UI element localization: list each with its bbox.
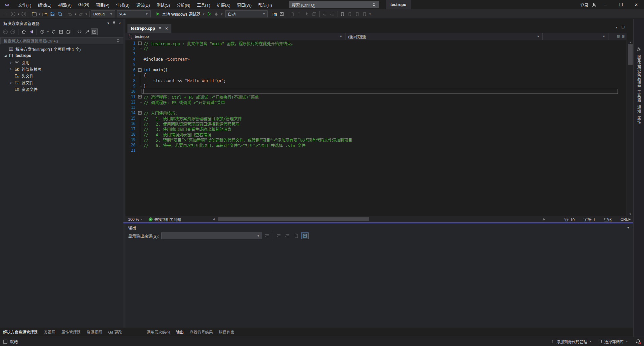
code-line-21[interactable]: 21 xyxy=(125,148,627,153)
line-indicator[interactable]: 行: 10 xyxy=(564,217,575,222)
code-line-12[interactable]: 12// 调试程序: F5 或调试 >“开始调试”菜单 xyxy=(125,99,627,105)
code-line-18[interactable]: 18// 4. 使用错误列表窗口查看错误 xyxy=(125,132,627,137)
split-window-icon[interactable]: ⊟ xyxy=(617,34,620,38)
menu-item-项目(P)[interactable]: 项目(P) xyxy=(93,0,113,9)
pending-changes-filter-button[interactable] xyxy=(39,28,46,35)
tool-tab-资源视图[interactable]: 资源视图 xyxy=(84,328,105,336)
new-vertical-tab-group-icon[interactable]: ⊞ xyxy=(622,34,625,38)
gear-icon[interactable] xyxy=(636,47,642,52)
chevron-down-icon[interactable]: ▾ xyxy=(85,12,88,16)
solution-platform-dropdown[interactable]: x64▼ xyxy=(117,10,151,17)
tree-item-资源文件[interactable]: 资源文件 xyxy=(0,86,124,92)
scroll-right-icon[interactable]: ▶ xyxy=(543,216,545,222)
navigate-forward-button[interactable] xyxy=(20,10,28,18)
tree-item-testrepo[interactable]: ◢testrepo xyxy=(0,52,124,59)
select-mode-button[interactable] xyxy=(303,10,311,18)
save-button[interactable] xyxy=(49,10,56,18)
chevron-down-icon[interactable]: ▾ xyxy=(38,12,41,16)
fold-margin[interactable]: − xyxy=(136,110,144,116)
code-line-1[interactable]: 1−// testrepo.cpp : 此文件包含 "main" 函数。程序执行… xyxy=(125,41,627,46)
code-line-4[interactable]: 4#include <iostream> xyxy=(125,57,627,62)
add-to-source-control-button[interactable]: 添加到源代码管理 ▲ xyxy=(548,339,594,344)
chevron-down-icon[interactable]: ▾ xyxy=(202,12,205,16)
navigate-back-button[interactable] xyxy=(2,28,9,35)
menu-item-文件(F)[interactable]: 文件(F) xyxy=(15,0,35,9)
code-line-16[interactable]: 16// 2. 使用团队资源管理器窗口连接到源代码管理 xyxy=(125,121,627,126)
view-code-button[interactable] xyxy=(76,28,83,35)
eol-indicator[interactable]: CRLF xyxy=(621,217,631,221)
tool-tab-Git 更改[interactable]: Git 更改 xyxy=(105,328,125,336)
duplicate-button[interactable] xyxy=(311,10,318,18)
user-account-icon[interactable] xyxy=(590,1,598,8)
auto-hide-tab-属性[interactable]: 属性 xyxy=(636,116,642,124)
close-icon[interactable]: × xyxy=(119,21,121,25)
copy-document-button[interactable] xyxy=(288,10,296,18)
start-without-debugging-button[interactable] xyxy=(205,10,213,18)
sync-with-active-document-button[interactable] xyxy=(65,28,72,35)
window-position-icon[interactable]: ▾ xyxy=(107,21,109,25)
auto-hide-tab-服务器资源管理器[interactable]: 服务器资源管理器 xyxy=(636,55,642,87)
solution-configuration-dropdown[interactable]: Debug▼ xyxy=(91,10,115,17)
auto-hide-tab-通知[interactable]: 通知 xyxy=(636,105,642,113)
go-to-next-message-button[interactable] xyxy=(284,232,291,239)
scroll-down-icon[interactable]: ▼ xyxy=(627,213,634,216)
chevron-down-icon[interactable]: ▾ xyxy=(46,30,50,33)
tool-tab-属性管理器[interactable]: 属性管理器 xyxy=(58,328,84,336)
undo-button[interactable] xyxy=(66,10,74,18)
chevron-down-icon[interactable]: ▾ xyxy=(17,12,20,16)
notifications-button[interactable] xyxy=(636,339,641,344)
chevron-collapsed-icon[interactable]: ▷ xyxy=(9,61,14,64)
code-line-2[interactable]: 2// xyxy=(125,46,627,51)
fold-collapse-icon[interactable]: − xyxy=(138,95,142,98)
new-item-button[interactable] xyxy=(31,10,38,18)
pin-icon[interactable] xyxy=(112,21,116,25)
tree-item-外部依赖项[interactable]: ▷外部依赖项 xyxy=(0,66,124,72)
menu-item-编辑(E)[interactable]: 编辑(E) xyxy=(35,0,55,9)
sync-with-active-document-button[interactable] xyxy=(271,10,278,18)
code-line-20[interactable]: 20// 6. 将来，若要再次打开此项目，请转到“文件”>“打开”>“项目”并选… xyxy=(125,142,627,148)
menu-item-分析(N)[interactable]: 分析(N) xyxy=(173,0,194,9)
menu-item-帮助(H)[interactable]: 帮助(H) xyxy=(255,0,275,9)
go-to-previous-message-button[interactable] xyxy=(275,232,282,239)
chevron-collapsed-icon[interactable]: ▷ xyxy=(9,68,14,71)
tool-tab-解决方案资源管理器[interactable]: 解决方案资源管理器 xyxy=(0,328,41,336)
tree-item-引用[interactable]: ▷引用 xyxy=(0,59,124,66)
whitespace-toggle-button[interactable] xyxy=(296,10,303,18)
panel-tab-错误列表[interactable]: 错误列表 xyxy=(216,328,237,336)
auto-hide-tab-工具箱[interactable]: 工具箱 xyxy=(636,90,642,102)
locate-message-button[interactable] xyxy=(263,232,271,239)
chevron-collapsed-icon[interactable]: ▷ xyxy=(9,81,14,84)
fold-collapse-icon[interactable]: − xyxy=(138,111,142,115)
tree-item-头文件[interactable]: 头文件 xyxy=(0,72,124,79)
clear-all-button[interactable] xyxy=(292,232,300,239)
save-all-button[interactable] xyxy=(56,10,63,18)
document-tab[interactable]: testrepo.cpp ✕ xyxy=(127,24,171,33)
menu-item-工具(T)[interactable]: 工具(T) xyxy=(194,0,213,9)
toolbar-grip-handle[interactable]: ⋮⋮ xyxy=(1,12,8,16)
panel-tab-调用层次结构[interactable]: 调用层次结构 xyxy=(144,328,173,336)
code-line-19[interactable]: 19// 5. 转到“项目”>“添加新项”以创建新的代码文件，或转到“项目”>“… xyxy=(125,137,627,142)
code-line-6[interactable]: 6−int main() xyxy=(125,67,627,73)
sign-in-button[interactable]: 登录 xyxy=(580,2,588,8)
zoom-dropdown[interactable]: 100 % ▾ xyxy=(125,217,145,221)
solution-explorer-search-input[interactable]: 搜索解决方案资源管理器(Ctrl+;) xyxy=(0,37,124,44)
collapse-all-button[interactable] xyxy=(58,28,64,35)
scroll-up-icon[interactable]: ▲ xyxy=(627,41,634,44)
output-source-dropdown[interactable]: ▼ xyxy=(161,232,262,239)
navigate-forward-button[interactable] xyxy=(9,28,16,35)
menu-item-调试(D)[interactable]: 调试(D) xyxy=(133,0,153,9)
code-line-15[interactable]: 15// 1. 使用解决方案资源管理器窗口添加/管理文件 xyxy=(125,116,627,121)
fold-margin[interactable]: − xyxy=(136,67,144,73)
menu-item-测试(S)[interactable]: 测试(S) xyxy=(153,0,173,9)
editor-vertical-scrollbar[interactable]: ▲ ▼ xyxy=(627,41,633,216)
menu-item-扩展(X)[interactable]: 扩展(X) xyxy=(214,0,234,9)
close-icon[interactable]: ✕ xyxy=(165,26,168,31)
clear-bookmarks-button[interactable] xyxy=(361,10,368,18)
tree-item-源文件[interactable]: ▷源文件 xyxy=(0,79,124,86)
redo-button[interactable] xyxy=(77,10,85,18)
fold-collapse-icon[interactable]: − xyxy=(138,68,142,72)
chevron-down-icon[interactable]: ▾ xyxy=(74,12,77,16)
preview-selected-items-button[interactable] xyxy=(91,28,98,35)
editor-horizontal-scrollbar[interactable]: ◀ ▶ xyxy=(212,216,546,222)
next-bookmark-button[interactable] xyxy=(354,10,361,18)
